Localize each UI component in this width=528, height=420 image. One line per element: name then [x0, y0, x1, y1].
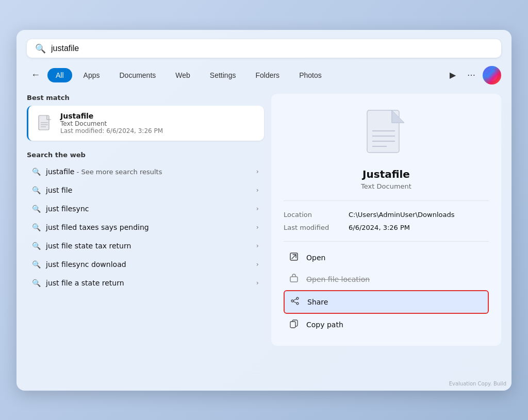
share-icon — [289, 296, 301, 308]
svg-point-0 — [486, 70, 498, 81]
svg-point-15 — [291, 300, 293, 302]
file-details: Location C:\Users\AdminUser\Downloads La… — [284, 200, 489, 234]
watermark: Evaluation Copy. Build — [449, 381, 506, 387]
best-match-item[interactable]: Justafile Text Document Last modified: 6… — [27, 106, 264, 141]
action-open-location[interactable]: Open file location — [284, 268, 489, 290]
play-button[interactable]: ▶ — [446, 68, 460, 82]
file-preview-icon — [363, 108, 409, 160]
action-open-label: Open — [306, 254, 325, 262]
web-item-0[interactable]: 🔍 justafile - See more search results › — [27, 163, 264, 180]
chevron-icon-2: › — [256, 205, 259, 212]
actions-section: Open Open file location — [284, 241, 489, 335]
copilot-icon[interactable] — [483, 66, 501, 85]
search-panel: 🔍 ← All Apps Documents Web Settings Fold… — [16, 30, 512, 391]
action-open-location-label: Open file location — [306, 275, 370, 283]
more-button[interactable]: ⋯ — [463, 68, 480, 82]
web-item-text-5: just filesync download — [46, 260, 251, 268]
detail-value-location: C:\Users\AdminUser\Downloads — [349, 211, 454, 219]
chevron-icon-6: › — [256, 279, 259, 287]
action-share-label: Share — [307, 298, 328, 306]
tab-folders[interactable]: Folders — [247, 68, 288, 82]
web-search-label: Search the web — [27, 151, 264, 159]
best-match-subtitle: Text Document — [60, 120, 163, 127]
preview-type: Text Document — [361, 182, 411, 190]
web-item-text-3: just filed taxes says pending — [46, 223, 251, 231]
best-match-title: Justafile — [60, 112, 163, 120]
open-location-icon — [288, 274, 300, 285]
best-match-label: Best match — [27, 94, 264, 102]
open-icon — [288, 252, 300, 263]
tab-photos[interactable]: Photos — [291, 68, 330, 82]
web-item-4[interactable]: 🔍 just file state tax return › — [27, 237, 264, 255]
action-copy-path[interactable]: Copy path — [284, 314, 489, 335]
chevron-icon-5: › — [256, 260, 259, 268]
tab-web[interactable]: Web — [167, 68, 199, 82]
web-search-icon-4: 🔍 — [32, 242, 41, 250]
tab-apps[interactable]: Apps — [75, 68, 108, 82]
svg-rect-20 — [290, 322, 295, 328]
web-item-text-2: just filesync — [46, 205, 251, 213]
right-panel: Justafile Text Document Location C:\User… — [271, 94, 501, 346]
back-button[interactable]: ← — [27, 68, 44, 82]
web-search-icon-1: 🔍 — [32, 186, 41, 194]
search-icon: 🔍 — [35, 43, 46, 54]
svg-line-17 — [293, 299, 296, 300]
svg-line-18 — [293, 301, 296, 303]
chevron-icon-3: › — [256, 223, 259, 231]
detail-label-modified: Last modified — [284, 224, 340, 231]
preview-name: Justafile — [362, 168, 410, 180]
web-search-icon-0: 🔍 — [32, 167, 41, 176]
web-item-3[interactable]: 🔍 just filed taxes says pending › — [27, 219, 264, 236]
web-item-2[interactable]: 🔍 just filesync › — [27, 200, 264, 217]
web-item-text-0: justafile - See more search results — [46, 167, 251, 176]
web-item-text-1: just file — [46, 186, 251, 194]
web-item-text-4: just file state tax return — [46, 242, 251, 250]
main-content: Best match Justafile Text Document — [27, 94, 501, 346]
web-item-1[interactable]: 🔍 just file › — [27, 181, 264, 199]
web-item-text-6: just file a state return — [46, 279, 251, 287]
tab-documents[interactable]: Documents — [111, 68, 164, 82]
detail-value-modified: 6/6/2024, 3:26 PM — [349, 224, 410, 231]
filter-bar: ← All Apps Documents Web Settings Folder… — [27, 66, 501, 85]
svg-point-14 — [296, 297, 299, 299]
chevron-icon-4: › — [256, 242, 259, 249]
detail-row-modified: Last modified 6/6/2024, 3:26 PM — [284, 221, 489, 234]
web-search-icon-5: 🔍 — [32, 260, 41, 268]
web-search-icon-6: 🔍 — [32, 279, 41, 287]
chevron-icon-0: › — [256, 167, 259, 175]
svg-point-16 — [296, 303, 299, 305]
web-search-icon-2: 🔍 — [32, 205, 41, 213]
tab-settings[interactable]: Settings — [202, 68, 244, 82]
action-open[interactable]: Open — [284, 247, 489, 268]
tab-all[interactable]: All — [47, 68, 72, 82]
detail-row-location: Location C:\Users\AdminUser\Downloads — [284, 208, 489, 221]
best-match-meta: Last modified: 6/6/2024, 3:26 PM — [60, 127, 163, 135]
copy-path-icon — [288, 319, 300, 330]
web-search-icon-3: 🔍 — [32, 223, 41, 231]
best-match-info: Justafile Text Document Last modified: 6… — [60, 112, 163, 135]
web-item-5[interactable]: 🔍 just filesync download › — [27, 256, 264, 273]
search-bar: 🔍 — [27, 39, 501, 58]
web-item-6[interactable]: 🔍 just file a state return › — [27, 274, 264, 292]
action-share[interactable]: Share — [284, 290, 489, 314]
svg-rect-13 — [290, 277, 298, 282]
action-copy-path-label: Copy path — [306, 321, 343, 329]
file-icon-small — [36, 114, 54, 132]
svg-line-12 — [292, 255, 296, 259]
chevron-icon-1: › — [256, 186, 259, 194]
left-panel: Best match Justafile Text Document — [27, 94, 264, 346]
web-search-items: 🔍 justafile - See more search results › … — [27, 163, 264, 292]
detail-label-location: Location — [284, 211, 340, 219]
search-input[interactable] — [51, 44, 493, 53]
